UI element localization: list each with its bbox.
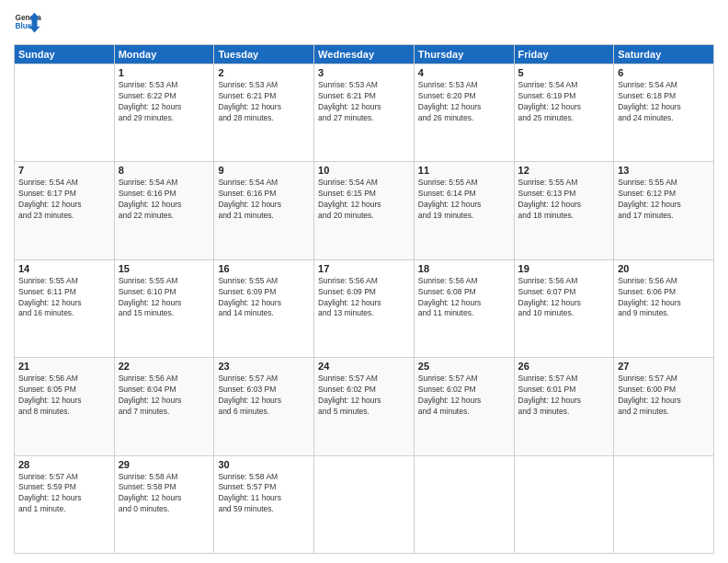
day-number: 11 <box>418 165 510 176</box>
calendar-cell: 18Sunrise: 5:56 AM Sunset: 6:08 PM Dayli… <box>414 259 514 357</box>
day-info: Sunrise: 5:54 AM Sunset: 6:17 PM Dayligh… <box>18 178 110 222</box>
day-number: 21 <box>18 361 110 372</box>
day-info: Sunrise: 5:55 AM Sunset: 6:11 PM Dayligh… <box>18 276 110 320</box>
day-number: 19 <box>518 263 610 274</box>
calendar-cell: 3Sunrise: 5:53 AM Sunset: 6:21 PM Daylig… <box>314 64 415 162</box>
calendar-week-3: 14Sunrise: 5:55 AM Sunset: 6:11 PM Dayli… <box>15 259 714 357</box>
day-number: 1 <box>119 67 210 78</box>
calendar-cell: 22Sunrise: 5:56 AM Sunset: 6:04 PM Dayli… <box>114 358 214 455</box>
calendar-cell: 12Sunrise: 5:55 AM Sunset: 6:13 PM Dayli… <box>514 162 614 259</box>
day-number: 5 <box>518 67 610 78</box>
day-number: 4 <box>418 67 510 78</box>
calendar-header-tuesday: Tuesday <box>214 45 314 64</box>
calendar-header-friday: Friday <box>514 45 614 64</box>
day-info: Sunrise: 5:55 AM Sunset: 6:10 PM Dayligh… <box>119 276 210 320</box>
calendar-header-row: SundayMondayTuesdayWednesdayThursdayFrid… <box>15 45 714 64</box>
calendar-cell: 29Sunrise: 5:58 AM Sunset: 5:58 PM Dayli… <box>114 455 214 553</box>
day-info: Sunrise: 5:55 AM Sunset: 6:12 PM Dayligh… <box>618 178 710 222</box>
logo: General Blue <box>14 9 41 37</box>
day-number: 25 <box>418 361 510 372</box>
calendar-cell: 17Sunrise: 5:56 AM Sunset: 6:09 PM Dayli… <box>314 259 415 357</box>
day-number: 28 <box>18 459 110 470</box>
day-info: Sunrise: 5:57 AM Sunset: 6:02 PM Dayligh… <box>418 373 510 418</box>
calendar-header-sunday: Sunday <box>15 45 115 64</box>
day-info: Sunrise: 5:53 AM Sunset: 6:21 PM Dayligh… <box>218 80 310 124</box>
day-info: Sunrise: 5:56 AM Sunset: 6:07 PM Dayligh… <box>518 276 610 320</box>
day-number: 2 <box>218 67 310 78</box>
calendar-week-1: 1Sunrise: 5:53 AM Sunset: 6:22 PM Daylig… <box>15 64 714 162</box>
day-info: Sunrise: 5:57 AM Sunset: 6:02 PM Dayligh… <box>318 373 410 418</box>
day-info: Sunrise: 5:53 AM Sunset: 6:22 PM Dayligh… <box>119 80 210 124</box>
day-info: Sunrise: 5:56 AM Sunset: 6:06 PM Dayligh… <box>618 276 710 320</box>
day-info: Sunrise: 5:57 AM Sunset: 5:59 PM Dayligh… <box>18 472 110 516</box>
page: General Blue SundayMondayTuesdayWednesda… <box>0 0 728 563</box>
calendar-week-2: 7Sunrise: 5:54 AM Sunset: 6:17 PM Daylig… <box>15 162 714 259</box>
calendar-cell: 27Sunrise: 5:57 AM Sunset: 6:00 PM Dayli… <box>614 358 714 455</box>
day-info: Sunrise: 5:55 AM Sunset: 6:09 PM Dayligh… <box>218 276 310 320</box>
day-number: 10 <box>318 165 410 176</box>
calendar-cell: 20Sunrise: 5:56 AM Sunset: 6:06 PM Dayli… <box>614 259 714 357</box>
day-number: 26 <box>518 361 610 372</box>
svg-text:Blue: Blue <box>16 22 32 30</box>
calendar-cell: 30Sunrise: 5:58 AM Sunset: 5:57 PM Dayli… <box>214 455 314 553</box>
calendar-cell: 7Sunrise: 5:54 AM Sunset: 6:17 PM Daylig… <box>15 162 115 259</box>
day-info: Sunrise: 5:54 AM Sunset: 6:16 PM Dayligh… <box>218 178 310 222</box>
day-number: 7 <box>18 165 110 176</box>
day-info: Sunrise: 5:53 AM Sunset: 6:20 PM Dayligh… <box>418 80 510 124</box>
day-number: 13 <box>618 165 710 176</box>
calendar-cell <box>314 455 415 553</box>
calendar-header-thursday: Thursday <box>414 45 514 64</box>
day-number: 29 <box>119 459 210 470</box>
calendar-week-4: 21Sunrise: 5:56 AM Sunset: 6:05 PM Dayli… <box>15 358 714 455</box>
day-info: Sunrise: 5:58 AM Sunset: 5:58 PM Dayligh… <box>119 472 210 516</box>
calendar-cell: 16Sunrise: 5:55 AM Sunset: 6:09 PM Dayli… <box>214 259 314 357</box>
day-number: 12 <box>518 165 610 176</box>
day-info: Sunrise: 5:55 AM Sunset: 6:14 PM Dayligh… <box>418 178 510 222</box>
calendar-cell: 19Sunrise: 5:56 AM Sunset: 6:07 PM Dayli… <box>514 259 614 357</box>
calendar-cell: 26Sunrise: 5:57 AM Sunset: 6:01 PM Dayli… <box>514 358 614 455</box>
calendar-cell: 14Sunrise: 5:55 AM Sunset: 6:11 PM Dayli… <box>15 259 115 357</box>
calendar-cell <box>15 64 115 162</box>
calendar-cell: 8Sunrise: 5:54 AM Sunset: 6:16 PM Daylig… <box>114 162 214 259</box>
day-number: 16 <box>218 263 310 274</box>
calendar-cell: 2Sunrise: 5:53 AM Sunset: 6:21 PM Daylig… <box>214 64 314 162</box>
calendar-cell <box>414 455 514 553</box>
calendar-cell <box>614 455 714 553</box>
calendar-cell: 21Sunrise: 5:56 AM Sunset: 6:05 PM Dayli… <box>15 358 115 455</box>
day-info: Sunrise: 5:56 AM Sunset: 6:08 PM Dayligh… <box>418 276 510 320</box>
day-number: 3 <box>318 67 410 78</box>
header: General Blue <box>14 9 714 37</box>
day-info: Sunrise: 5:57 AM Sunset: 6:00 PM Dayligh… <box>618 373 710 418</box>
calendar-header-wednesday: Wednesday <box>314 45 415 64</box>
day-info: Sunrise: 5:57 AM Sunset: 6:03 PM Dayligh… <box>218 373 310 418</box>
calendar-week-5: 28Sunrise: 5:57 AM Sunset: 5:59 PM Dayli… <box>15 455 714 553</box>
day-info: Sunrise: 5:56 AM Sunset: 6:05 PM Dayligh… <box>18 373 110 418</box>
day-number: 22 <box>119 361 210 372</box>
calendar-cell: 15Sunrise: 5:55 AM Sunset: 6:10 PM Dayli… <box>114 259 214 357</box>
day-number: 6 <box>618 67 710 78</box>
calendar-cell: 25Sunrise: 5:57 AM Sunset: 6:02 PM Dayli… <box>414 358 514 455</box>
calendar-cell: 23Sunrise: 5:57 AM Sunset: 6:03 PM Dayli… <box>214 358 314 455</box>
calendar-cell: 4Sunrise: 5:53 AM Sunset: 6:20 PM Daylig… <box>414 64 514 162</box>
day-info: Sunrise: 5:53 AM Sunset: 6:21 PM Dayligh… <box>318 80 410 124</box>
day-number: 27 <box>618 361 710 372</box>
calendar-cell: 5Sunrise: 5:54 AM Sunset: 6:19 PM Daylig… <box>514 64 614 162</box>
day-info: Sunrise: 5:55 AM Sunset: 6:13 PM Dayligh… <box>518 178 610 222</box>
calendar-header-monday: Monday <box>114 45 214 64</box>
day-info: Sunrise: 5:56 AM Sunset: 6:09 PM Dayligh… <box>318 276 410 320</box>
day-number: 15 <box>119 263 210 274</box>
calendar-cell: 10Sunrise: 5:54 AM Sunset: 6:15 PM Dayli… <box>314 162 415 259</box>
calendar-cell <box>514 455 614 553</box>
day-number: 24 <box>318 361 410 372</box>
calendar-cell: 6Sunrise: 5:54 AM Sunset: 6:18 PM Daylig… <box>614 64 714 162</box>
day-info: Sunrise: 5:58 AM Sunset: 5:57 PM Dayligh… <box>218 472 310 516</box>
day-info: Sunrise: 5:54 AM Sunset: 6:18 PM Dayligh… <box>618 80 710 124</box>
day-number: 8 <box>119 165 210 176</box>
logo-icon: General Blue <box>14 9 41 37</box>
day-info: Sunrise: 5:56 AM Sunset: 6:04 PM Dayligh… <box>119 373 210 418</box>
calendar-cell: 24Sunrise: 5:57 AM Sunset: 6:02 PM Dayli… <box>314 358 415 455</box>
day-number: 20 <box>618 263 710 274</box>
day-number: 17 <box>318 263 410 274</box>
day-info: Sunrise: 5:54 AM Sunset: 6:16 PM Dayligh… <box>119 178 210 222</box>
day-number: 9 <box>218 165 310 176</box>
